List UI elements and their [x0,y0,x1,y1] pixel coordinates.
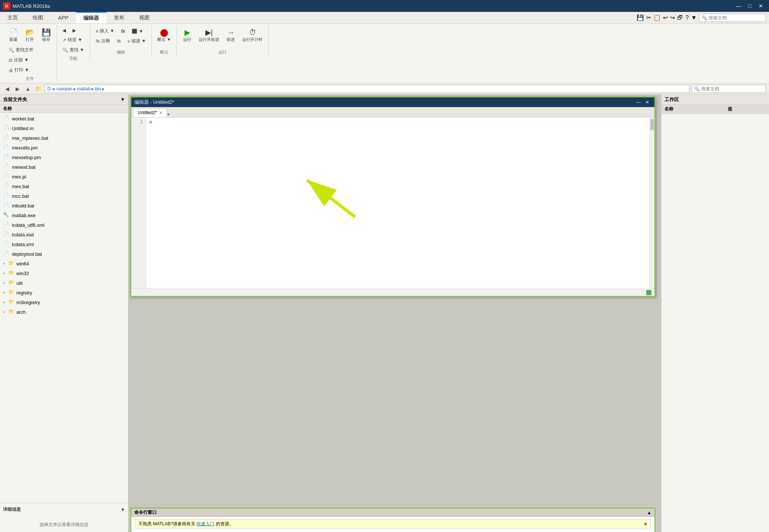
menu-tab-view[interactable]: 视图 [132,12,157,23]
back-nav-button[interactable]: ◀ [3,85,11,93]
toolbar-fx-button[interactable]: fx [118,28,128,35]
file-item-lcdata-utf8-xml[interactable]: 📄 lcdata_utf8.xml [0,220,128,230]
forward-nav-button[interactable]: ▶ [13,85,22,93]
folder-item-registry[interactable]: + 📁 registry [0,288,128,297]
file-item-mex-pl[interactable]: 📄 mex.pl [0,172,128,181]
toolbar-step-button[interactable]: → 前进 [223,27,238,44]
toolbar-forward-button[interactable]: ▶ [70,27,78,34]
toolbar-print-button[interactable]: 🖨 打印 ▼ [6,66,32,74]
toolbar-format-button[interactable]: ⬛ ▼ [129,28,146,35]
toolbar-compare-button[interactable]: ⚖ 比较 ▼ [6,56,31,64]
tab-close-button[interactable]: ✕ [159,111,162,115]
file-item-mex-bat[interactable]: 📄 mex.bat [0,181,128,191]
search-input[interactable] [709,15,765,20]
minimize-button[interactable]: — [733,2,744,10]
cmd-notice-suffix: 的资源。 [216,521,234,526]
file-item-mexutils-pm[interactable]: 📄 mexutils.pm [0,143,128,152]
menu-tab-publish[interactable]: 发布 [106,12,132,23]
compare-icon: ⚖ [9,58,13,63]
edit-group-label: 编辑 [93,48,148,55]
current-folder-toggle[interactable]: ▼ [120,97,125,102]
toolbar-breakpoint-button[interactable]: ⬤ 断点 ▼ [155,27,173,44]
file-item-lcdata-xml[interactable]: 📄 lcdata.xml [0,239,128,249]
editor-minimize-button[interactable]: — [634,99,643,106]
toolbar-icon-redo[interactable]: ↪ [670,14,675,21]
folder-item-m3iregistry[interactable]: + 📁 m3iregistry [0,297,128,307]
toolbar-find-file-button[interactable]: 🔍 查找文件 [6,46,36,54]
file-item-worker-bat[interactable]: 📄 worker.bat [0,114,128,123]
toolbar-group-edit: ≡ 插入 ▼ fx ⬛ ▼ % 注释 % » 缩进 ▼ 编辑 [90,25,152,55]
scrollbar-thumb[interactable] [650,119,654,130]
insert-icon: ≡ [96,29,98,34]
toolbar-icon-cut[interactable]: ✂ [646,14,651,21]
toolbar-icon-window[interactable]: 🗗 [677,14,683,21]
file-name: mcc.bat [12,193,125,199]
editor-close-button[interactable]: ✕ [643,99,651,106]
file-item-deploytool-bat[interactable]: 📄 deploytool.bat [0,249,128,259]
file-name: lcdata.xml [12,242,125,247]
toolbar-goto-button[interactable]: ↗ 转至 ▼ [60,36,85,44]
menu-tab-editor[interactable]: 编辑器 [76,12,106,23]
file-item-mw-mpiexec-bat[interactable]: 📄 mw_mpiexec.bat [0,133,128,143]
toolbar-icon-copy[interactable]: 📋 [653,14,661,21]
maximize-button[interactable]: □ [744,2,755,10]
file-item-mexsetup-pm[interactable]: 📄 mexsetup.pm [0,152,128,162]
toolbar-insert-button[interactable]: ≡ 插入 ▼ [93,27,117,35]
folder-name: m3iregistry [16,300,125,305]
cmd-expand-button[interactable]: ▲ [647,510,651,515]
file-item-untitled-m[interactable]: 📄 Untitled.m [0,123,128,133]
cmd-notice-link[interactable]: 快速入门 [196,521,214,526]
editor-scrollbar[interactable] [649,117,654,288]
indent-icon: » [128,39,130,44]
cmd-title: 命令行窗口 [134,509,157,516]
file-item-matlab-exe[interactable]: 🔧 matlab.exe [0,210,128,220]
menu-tab-plot[interactable]: 绘图 [25,12,51,23]
run-group-label: 运行 [180,48,265,55]
toolbar-new-button[interactable]: 📄 新建 [6,27,21,44]
file-item-mcc-bat[interactable]: 📄 mcc.bat [0,191,128,201]
line-numbers: 1 [131,117,146,288]
step-icon: → [227,29,234,36]
editor-tab-untitled2[interactable]: Untitled2* ✕ [133,108,167,117]
add-tab-button[interactable]: + [167,112,170,117]
toolbar-uncomment-button[interactable]: % [114,38,124,45]
find-file-icon: 🔍 [9,48,14,53]
toolbar-icon-menu[interactable]: ▼ [691,14,697,21]
toolbar-run-button[interactable]: ▶ 运行 [180,27,195,44]
breakpoint-icon: ⬤ [160,29,168,36]
path-bar[interactable]: D: ▸ ruanjian ▸ matlab ▸ bin ▸ [45,85,689,93]
file-item-mbuild-bat[interactable]: 📄 mbuild.bat [0,201,128,210]
toolbar-icon-save[interactable]: 💾 [637,14,644,21]
exe-file-icon: 🔧 [3,212,10,219]
toolbar-icon-undo[interactable]: ↩ [663,14,668,21]
folder-item-arch[interactable]: + 📁 arch [0,307,128,317]
cmd-notice-close-button[interactable]: ✕ [644,522,647,527]
file-item-lcdata-xsd[interactable]: 📄 lcdata.xsd [0,230,128,239]
folder-item-win32[interactable]: + 📁 win32 [0,268,128,278]
toolbar-back-button[interactable]: ◀ [60,27,68,34]
editor-text-area[interactable]: x [146,117,649,288]
toolbar-open-button[interactable]: 📂 打开 [22,27,37,44]
menu-tab-app[interactable]: APP [51,12,76,23]
toolbar-run-time-button[interactable]: ⏱ 运行开计时 [240,27,265,44]
toolbar-icon-help[interactable]: ? [685,14,689,21]
close-button[interactable]: ✕ [756,2,766,10]
cmd-notice: 不熟悉 MATLAB?请参阅有关 快速入门 的资源。 ✕ [135,519,651,529]
editor-titlebar: 编辑器 - Untitled2* — ✕ [131,97,654,107]
toolbar-find-button[interactable]: 🔍 查找 ▼ [60,46,87,54]
up-nav-button[interactable]: ▲ [24,85,32,93]
file-name: mex.bat [12,184,125,189]
file-item-mexext-bat[interactable]: 📄 mexext.bat [0,162,128,172]
comment-icon: % [96,39,100,44]
details-toggle[interactable]: ▼ [121,507,125,512]
folder-item-util[interactable]: + 📁 util [0,278,128,288]
menu-tab-home[interactable]: 主页 [0,12,25,23]
toolbar-save-button[interactable]: 💾 保存 [39,27,54,44]
folder-item-win64[interactable]: + 📁 win64 [0,259,128,268]
toolbar-indent-button[interactable]: » 缩进 ▼ [125,37,149,45]
folder-browse-button[interactable]: 📁 [34,85,42,93]
search-doc-input[interactable] [701,86,763,91]
bat-file-icon: 📄 [3,135,10,141]
toolbar-comment-button[interactable]: % 注释 [93,37,113,45]
toolbar-run-advance-button[interactable]: ▶| 运行开前进 [196,27,222,44]
